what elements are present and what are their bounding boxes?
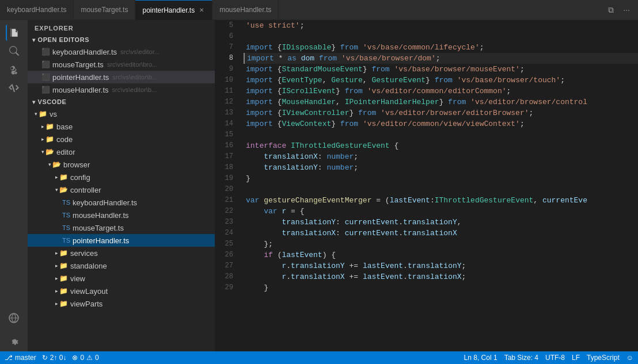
code-line-27: r.translationY += lastEvent.translationY… <box>244 260 638 271</box>
tab-mouseTarget[interactable]: mouseTarget.ts <box>74 0 135 20</box>
activity-bar <box>0 20 28 351</box>
line-ending[interactable]: LF <box>572 354 580 362</box>
tree-browser[interactable]: ▾ 📂 browser <box>28 158 215 171</box>
folder-open-icon: 📂 <box>45 148 54 156</box>
explorer-title: EXPLORER <box>28 20 215 34</box>
dir-arrow: ▸ <box>55 288 58 294</box>
folder-icon: 📁 <box>45 122 54 131</box>
code-editor[interactable]: 'use strict'; import {IDisposable} from … <box>244 20 638 351</box>
dir-arrow: ▾ <box>35 111 37 117</box>
code-line-29: } <box>244 282 638 293</box>
git-branch-name: master <box>15 354 36 362</box>
split-editor-icon[interactable]: ⧉ <box>605 4 617 16</box>
tree-services[interactable]: ▸ 📁 services <box>28 247 215 259</box>
tree-pointerhandler[interactable]: TS pointerHandler.ts <box>28 234 215 247</box>
tab-label: mouseTarget.ts <box>81 6 128 14</box>
sync-count: 2↑ 0↓ <box>50 354 67 362</box>
code-line-23: translationY: currentEvent.translationY, <box>244 217 638 228</box>
warning-count: 0 <box>95 354 99 362</box>
tab-size[interactable]: Tab Size: 4 <box>504 354 538 362</box>
code-line-15 <box>244 129 638 140</box>
open-editor-pointerHandler[interactable]: ⬛ pointerHandler.ts src\vs\editor\b... <box>28 71 215 83</box>
code-line-7: import {IDisposable} from 'vs/base/commo… <box>244 42 638 53</box>
dir-arrow: ▾ <box>41 149 44 155</box>
tree-editor[interactable]: ▾ 📂 editor <box>28 145 215 158</box>
code-line-6 <box>244 31 638 42</box>
dir-arrow: ▸ <box>55 301 58 306</box>
dir-arrow: ▸ <box>41 124 44 129</box>
open-editors-arrow: ▾ <box>32 37 36 43</box>
tab-mouseHandler[interactable]: mouseHandler.ts <box>212 0 279 20</box>
git-branch[interactable]: ⎇ master <box>5 354 36 362</box>
sync-icon: ↻ <box>42 354 48 362</box>
tree-keyboardhandler[interactable]: TS keyboardHandler.ts <box>28 196 215 209</box>
tree-controller[interactable]: ▾ 📂 controller <box>28 183 215 196</box>
code-line-22: var r = { <box>244 206 638 217</box>
tree-mousetarget[interactable]: TS mouseTarget.ts <box>28 221 215 234</box>
ts-file-icon2: ⬛ <box>41 60 50 68</box>
tree-viewparts[interactable]: ▸ 📁 viewParts <box>28 297 215 310</box>
editor-area: 5 6 7 8 9 10 11 12 13 14 15 16 17 18 19 … <box>215 20 638 351</box>
code-line-26: if (lastEvent) { <box>244 250 638 260</box>
search-icon[interactable] <box>6 43 22 59</box>
git-branch-icon: ⎇ <box>5 354 13 362</box>
vscode-label: VSCODE <box>38 98 67 105</box>
folder-icon: 📁 <box>59 262 68 270</box>
folder-icon: 📁 <box>59 173 68 181</box>
dir-arrow: ▸ <box>55 263 58 269</box>
ts-file-icon: TS <box>62 212 70 219</box>
code-line-28: r.translationX += lastEvent.translationX… <box>244 271 638 282</box>
folder-icon: 📁 <box>59 287 68 295</box>
tab-size-text: Tab Size: 4 <box>504 354 538 362</box>
editor-content: 5 6 7 8 9 10 11 12 13 14 15 16 17 18 19 … <box>215 20 638 351</box>
vscode-arrow: ▾ <box>32 99 36 105</box>
ts-file-icon4: ⬛ <box>41 86 50 94</box>
tree-config[interactable]: ▸ 📁 config <box>28 171 215 183</box>
tab-close-icon[interactable]: ✕ <box>198 6 205 14</box>
warning-icon: ⚠ <box>86 354 93 362</box>
error-count: 0 <box>80 354 84 362</box>
errors-status[interactable]: ⊗ 0 ⚠ 0 <box>72 354 98 362</box>
smiley[interactable]: ☺ <box>626 354 633 362</box>
code-line-10: import {EventType, Gesture, GestureEvent… <box>244 75 638 86</box>
folder-open-icon: 📂 <box>52 160 61 168</box>
app: keyboardHandler.ts mouseTarget.ts pointe… <box>0 0 638 364</box>
status-bar: ⎇ master ↻ 2↑ 0↓ ⊗ 0 ⚠ 0 Ln 8, Col 1 Tab… <box>0 351 638 364</box>
cursor-position[interactable]: Ln 8, Col 1 <box>464 354 498 362</box>
error-icon: ⊗ <box>72 354 78 362</box>
open-editor-mouseHandler[interactable]: ⬛ mouseHandler.ts src\vs\editor\b... <box>28 83 215 96</box>
explorer-sidebar: EXPLORER ▾ OPEN EDITORS ⬛ keyboardHandle… <box>28 20 215 351</box>
code-line-19: } <box>244 173 638 184</box>
more-actions-icon[interactable]: ··· <box>620 4 633 16</box>
status-left: ⎇ master ↻ 2↑ 0↓ ⊗ 0 ⚠ 0 <box>5 354 99 362</box>
tab-pointerHandler[interactable]: pointerHandler.ts ✕ <box>135 0 212 20</box>
extensions-icon[interactable] <box>6 80 22 96</box>
source-control-icon[interactable] <box>6 62 22 78</box>
file-tree: ▾ 📁 vs ▸ 📁 base ▸ 📁 code <box>28 108 215 310</box>
manage-icon[interactable] <box>6 333 22 349</box>
tree-base[interactable]: ▸ 📁 base <box>28 120 215 133</box>
code-line-12: import {MouseHandler, IPointerHandlerHel… <box>244 97 638 108</box>
folder-icon: 📁 <box>59 274 68 282</box>
open-editor-mouseTarget[interactable]: ⬛ mouseTarget.ts src\vs\editor\bro... <box>28 58 215 71</box>
tree-mousehandler[interactable]: TS mouseHandler.ts <box>28 209 215 221</box>
explorer-icon[interactable] <box>6 25 22 41</box>
tree-vs[interactable]: ▾ 📁 vs <box>28 108 215 120</box>
language-mode[interactable]: TypeScript <box>587 354 620 362</box>
tree-standalone[interactable]: ▸ 📁 standalone <box>28 259 215 272</box>
tab-keyboardHandler[interactable]: keyboardHandler.ts <box>0 0 74 20</box>
vscode-section[interactable]: ▾ VSCODE <box>28 96 215 108</box>
tab-label: keyboardHandler.ts <box>7 6 66 14</box>
folder-icon: 📁 <box>59 249 68 257</box>
tree-viewlayout[interactable]: ▸ 📁 viewLayout <box>28 285 215 297</box>
open-editors-section[interactable]: ▾ OPEN EDITORS <box>28 34 215 45</box>
main-area: EXPLORER ▾ OPEN EDITORS ⬛ keyboardHandle… <box>0 20 638 351</box>
ts-file-icon3: ⬛ <box>41 73 50 81</box>
encoding[interactable]: UTF-8 <box>545 354 565 362</box>
sync-status[interactable]: ↻ 2↑ 0↓ <box>42 354 67 362</box>
open-editor-keyboardHandler[interactable]: ⬛ keyboardHandler.ts src\vs\editor... <box>28 45 215 58</box>
code-line-18: translationY: number; <box>244 162 638 173</box>
remote-icon[interactable] <box>6 310 22 326</box>
tree-view[interactable]: ▸ 📁 view <box>28 272 215 285</box>
tree-code[interactable]: ▸ 📁 code <box>28 133 215 145</box>
